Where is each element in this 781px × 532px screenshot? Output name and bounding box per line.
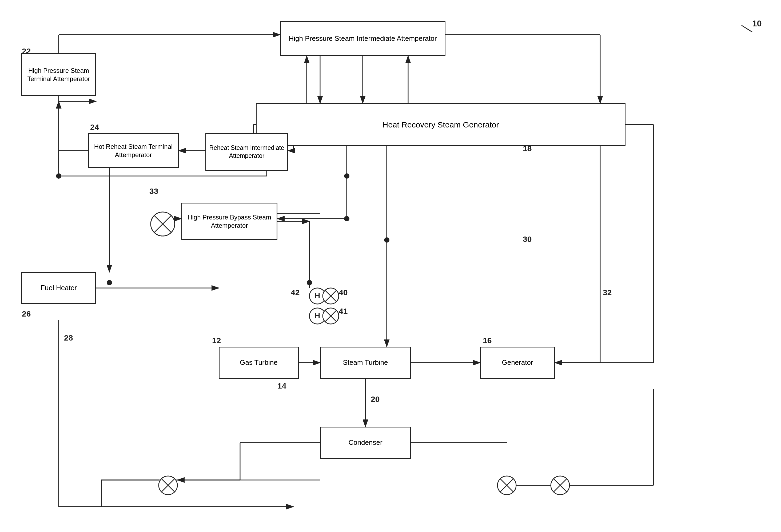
hp-bypass-steam-box: High Pressure Bypass Steam Attemperator: [181, 203, 277, 240]
svg-line-39: [500, 479, 513, 492]
svg-line-38: [500, 479, 513, 492]
ref-22: 22: [22, 47, 31, 56]
svg-line-49: [325, 290, 336, 301]
condenser-box: Condenser: [320, 427, 411, 459]
ref-10: 10: [752, 19, 762, 29]
ref-40: 40: [339, 288, 347, 297]
ref-30: 30: [523, 235, 532, 244]
hrsg-box: Heat Recovery Steam Generator: [256, 103, 625, 146]
svg-rect-51: [310, 308, 325, 324]
diagram-container: H H: [0, 0, 781, 532]
ref-16: 16: [483, 336, 492, 345]
svg-point-34: [159, 476, 177, 495]
ref-24: 24: [90, 123, 99, 132]
svg-point-37: [497, 476, 516, 495]
svg-line-50: [325, 290, 336, 301]
ref-12: 12: [212, 336, 221, 345]
ref-28: 28: [64, 333, 73, 342]
ref-14: 14: [277, 381, 286, 391]
svg-rect-46: [310, 288, 325, 304]
svg-point-78: [344, 216, 350, 221]
svg-point-43: [151, 212, 175, 236]
hp-steam-terminal-box: High Pressure Steam Terminal Attemperato…: [21, 53, 96, 96]
svg-line-35: [161, 479, 175, 492]
ref-18: 18: [523, 144, 532, 153]
svg-point-79: [307, 280, 312, 285]
ref-33: 33: [149, 187, 158, 196]
ref-41: 41: [339, 307, 347, 316]
svg-line-55: [325, 311, 336, 322]
svg-point-83: [344, 173, 350, 179]
ref-20: 20: [371, 395, 379, 404]
svg-line-54: [325, 311, 336, 322]
svg-line-45: [154, 215, 171, 233]
svg-text:H: H: [315, 312, 320, 320]
ref-26: 26: [22, 309, 31, 318]
ref-32: 32: [603, 288, 612, 297]
svg-point-53: [323, 308, 339, 324]
svg-point-48: [323, 288, 339, 304]
svg-line-84: [742, 25, 752, 32]
fuel-heater-box: Fuel Heater: [21, 272, 96, 304]
svg-point-81: [107, 280, 112, 285]
svg-point-80: [384, 237, 389, 243]
reheat-intermediate-box: Reheat Steam Intermediate Attemperator: [205, 133, 288, 171]
svg-line-42: [553, 479, 567, 492]
hp-steam-intermediate-attemperator-box: High Pressure Steam Intermediate Attempe…: [280, 21, 446, 56]
svg-line-36: [161, 479, 175, 492]
svg-line-41: [553, 479, 567, 492]
ref-42: 42: [291, 288, 299, 297]
svg-point-40: [551, 476, 570, 495]
gas-turbine-box: Gas Turbine: [219, 347, 299, 379]
generator-box: Generator: [480, 347, 555, 379]
svg-line-44: [154, 215, 171, 233]
svg-text:H: H: [315, 291, 320, 300]
svg-point-82: [56, 173, 61, 179]
steam-turbine-box: Steam Turbine: [320, 347, 411, 379]
hot-reheat-terminal-box: Hot Reheat Steam Terminal Attemperator: [88, 133, 179, 168]
